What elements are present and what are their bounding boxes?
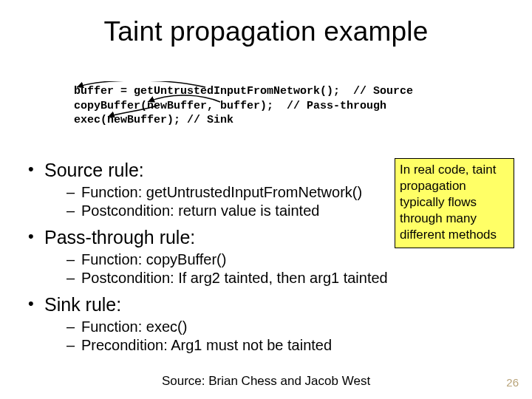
passthrough-rule-postcondition: Postcondition: If arg2 tainted, then arg… — [66, 270, 498, 287]
passthrough-rule-function: Function: copyBuffer() — [66, 251, 498, 268]
sink-rule-function: Function: exec() — [66, 318, 498, 335]
slide-title: Taint propagation example — [0, 0, 532, 47]
code-line-3: exec(newBuffer); // Sink — [74, 114, 233, 126]
source-rule-heading: Source rule: — [44, 160, 144, 180]
code-line-2: copyBuffer(newBuffer, buffer); // Pass-t… — [74, 100, 386, 112]
source-credit: Source: Brian Chess and Jacob West — [0, 374, 532, 389]
page-number: 26 — [506, 376, 519, 389]
slide: Taint propagation example buffer = getUn… — [0, 0, 532, 399]
code-line-1: buffer = getUntrustedInputFromNetwork();… — [74, 85, 413, 98]
passthrough-rule-heading: Pass-through rule: — [44, 227, 195, 248]
sink-rule: Sink rule: Function: exec() Precondition… — [25, 294, 498, 354]
sink-rule-precondition: Precondition: Arg1 must not be tainted — [66, 337, 498, 354]
callout-note: In real code, taint propagation typicall… — [395, 158, 514, 248]
code-example: buffer = getUntrustedInputFromNetwork();… — [74, 84, 413, 128]
sink-rule-heading: Sink rule: — [44, 294, 121, 315]
